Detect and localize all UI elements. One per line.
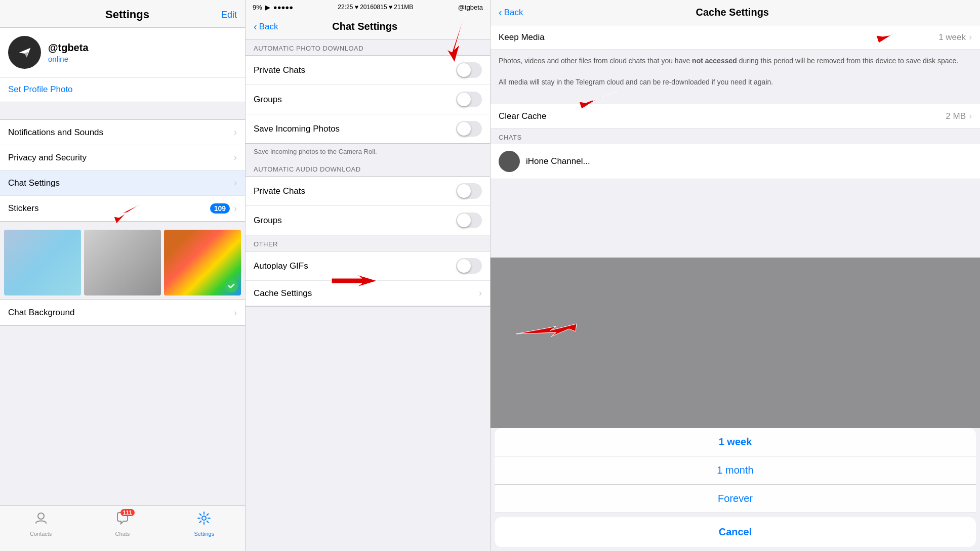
keep-media-description: Photos, videos and other files from clou… — [491, 50, 980, 94]
chat-background-label: Chat Background — [8, 308, 234, 318]
cache-back-label[interactable]: Back — [504, 8, 523, 18]
option-1week[interactable]: 1 week — [495, 428, 976, 456]
cancel-label[interactable]: Cancel — [719, 526, 752, 537]
back-chevron-icon: ‹ — [254, 21, 257, 32]
chat-settings-label: Chat Settings — [8, 178, 234, 188]
profile-username: @tgbeta — [48, 42, 89, 54]
privacy-label: Privacy and Security — [8, 153, 234, 163]
thumbnail-3[interactable] — [164, 230, 241, 295]
chat-item-avatar — [499, 151, 520, 172]
auto-photo-section: AUTOMATIC PHOTO DOWNLOAD Private Chats G… — [246, 39, 490, 160]
thumbnail-1[interactable] — [4, 230, 81, 295]
chats-label: Chats — [115, 531, 130, 537]
settings-icon — [197, 511, 211, 529]
auto-photo-group: Private Chats Groups Save Incoming Photo… — [246, 55, 490, 144]
avatar[interactable] — [8, 36, 41, 69]
groups-photo-row: Groups — [246, 85, 490, 114]
settings-title: Settings — [33, 8, 221, 21]
settings-panel: Settings Edit @tgbeta online Set Profile… — [0, 0, 245, 551]
sticker-thumbnails — [0, 226, 245, 300]
private-chats-audio-row: Private Chats — [246, 177, 490, 206]
contacts-label: Contacts — [30, 531, 52, 537]
option-forever[interactable]: Forever — [495, 485, 976, 513]
chat-background-row[interactable]: Chat Background › — [0, 300, 245, 325]
groups-audio-toggle[interactable] — [456, 213, 482, 228]
chat-settings-row[interactable]: Chat Settings › — [0, 171, 245, 196]
private-chats-photo-row: Private Chats — [246, 56, 490, 85]
status-bar: 9% ▶ ●●●●● 22:25 ♥ 20160815 ♥ 211MB @tgb… — [246, 0, 490, 14]
option-1month-label: 1 month — [717, 464, 753, 476]
stickers-label: Stickers — [8, 203, 210, 214]
edit-button[interactable]: Edit — [221, 10, 237, 20]
cache-settings-header: ‹ Back Cache Settings — [491, 0, 980, 25]
panel2-title: Chat Settings — [278, 21, 452, 32]
cache-settings-label: Cache Settings — [254, 288, 479, 299]
clear-cache-chevron-icon: › — [969, 111, 972, 121]
private-chats-photo-label: Private Chats — [254, 65, 456, 75]
back-button[interactable]: ‹ Back — [254, 21, 278, 32]
chat-settings-header: ‹ Back Chat Settings — [246, 14, 490, 39]
description-text-3: All media will stay in the Telegram clou… — [499, 78, 773, 86]
settings-header: Settings Edit — [0, 0, 245, 28]
cache-chevron-icon: › — [479, 288, 482, 299]
chevron-icon: › — [234, 308, 237, 318]
dialog-backdrop[interactable] — [491, 258, 980, 428]
chevron-icon: › — [234, 178, 237, 188]
notifications-row[interactable]: Notifications and Sounds › — [0, 120, 245, 145]
cache-settings-row[interactable]: Cache Settings › — [246, 281, 490, 306]
chats-badge: 111 — [120, 509, 135, 516]
dialog-options: 1 week 1 month Forever — [495, 428, 976, 513]
nav-contacts[interactable]: Contacts — [0, 511, 81, 537]
set-photo-section[interactable]: Set Profile Photo — [0, 77, 245, 102]
back-label[interactable]: Back — [259, 22, 278, 32]
save-photos-label: Save Incoming Photos — [254, 124, 456, 134]
checkmark-icon — [225, 279, 238, 292]
settings-divider — [0, 102, 245, 119]
groups-audio-row: Groups — [246, 206, 490, 235]
notifications-label: Notifications and Sounds — [8, 128, 234, 138]
groups-audio-label: Groups — [254, 216, 456, 226]
thumbnail-2[interactable] — [84, 230, 161, 295]
option-1week-label: 1 week — [719, 436, 752, 447]
profile-info: @tgbeta online — [48, 42, 89, 63]
stickers-badge: 109 — [210, 203, 230, 214]
settings-menu: Notifications and Sounds › Privacy and S… — [0, 119, 245, 222]
save-photos-note: Save incoming photos to the Camera Roll. — [246, 144, 490, 160]
keep-media-row[interactable]: Keep Media 1 week › — [491, 25, 980, 50]
save-photos-toggle[interactable] — [456, 121, 482, 137]
clear-cache-row[interactable]: Clear Cache 2 MB › — [491, 104, 980, 129]
auto-audio-section: AUTOMATIC AUDIO DOWNLOAD Private Chats G… — [246, 160, 490, 235]
clear-cache-value: 2 MB — [946, 111, 966, 121]
settings-label: Settings — [194, 531, 214, 537]
chat-bg-group: Chat Background › — [0, 300, 245, 326]
chevron-icon: › — [234, 127, 237, 138]
private-chats-photo-toggle[interactable] — [456, 62, 482, 78]
autoplay-gifs-label: Autoplay GIFs — [254, 261, 456, 271]
autoplay-gifs-toggle[interactable] — [456, 258, 482, 274]
keep-media-chevron-icon: › — [969, 32, 972, 43]
svg-point-2 — [202, 516, 206, 520]
groups-photo-label: Groups — [254, 95, 456, 105]
chevron-icon: › — [234, 152, 237, 163]
stickers-row[interactable]: Stickers 109 › — [0, 196, 245, 221]
wifi-icon: ▶ — [265, 4, 270, 11]
contacts-icon — [34, 511, 48, 529]
groups-photo-toggle[interactable] — [456, 92, 482, 107]
username-status: @tgbeta — [458, 4, 483, 11]
bottom-nav: Contacts 111 Chats Settings — [0, 505, 245, 551]
auto-audio-group: Private Chats Groups — [246, 176, 490, 235]
nav-settings[interactable]: Settings — [164, 511, 245, 537]
cache-back-button[interactable]: ‹ Back — [499, 7, 523, 18]
set-photo-button[interactable]: Set Profile Photo — [8, 84, 73, 94]
chats-icon: 111 — [115, 511, 130, 529]
clear-cache-section: Clear Cache 2 MB › — [491, 94, 980, 129]
private-chats-audio-label: Private Chats — [254, 186, 456, 196]
status-left: 9% ▶ ●●●●● — [253, 4, 293, 11]
cancel-button[interactable]: Cancel — [495, 517, 976, 547]
autoplay-gifs-row: Autoplay GIFs — [246, 251, 490, 281]
privacy-row[interactable]: Privacy and Security › — [0, 145, 245, 171]
option-1month[interactable]: 1 month — [495, 456, 976, 485]
chat-item-name: iHone Channel... — [526, 156, 972, 166]
private-chats-audio-toggle[interactable] — [456, 183, 482, 199]
nav-chats[interactable]: 111 Chats — [81, 511, 163, 537]
